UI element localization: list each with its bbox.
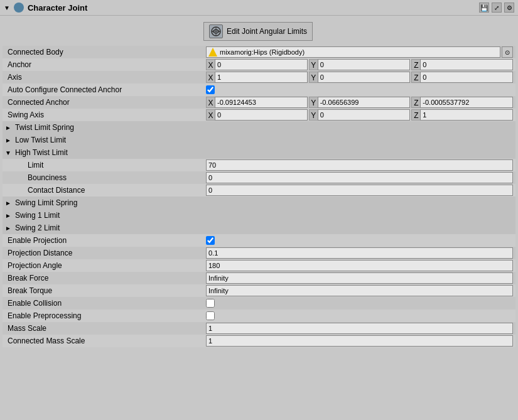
swing2-limit-label: Swing 2 Limit	[15, 223, 60, 232]
axis-y-label: Y	[309, 72, 318, 83]
twist-limit-spring-header[interactable]: Twist Limit Spring	[3, 121, 515, 134]
axis-y-input[interactable]	[318, 72, 411, 83]
connected-anchor-xyz: X Y Z	[206, 97, 513, 108]
low-twist-limit-label: Low Twist Limit	[15, 136, 66, 144]
projection-angle-label: Projection Angle	[5, 261, 206, 270]
axis-label: Axis	[5, 73, 206, 82]
swing-axis-xyz: X Y Z	[206, 109, 513, 121]
swing-limit-spring-label: Swing Limit Spring	[15, 198, 77, 207]
axis-xyz: X Y Z	[206, 72, 513, 83]
break-torque-row: Break Torque	[3, 284, 515, 297]
enable-preprocessing-checkbox[interactable]	[206, 311, 215, 320]
enable-projection-checkbox[interactable]	[206, 236, 215, 245]
connected-anchor-x-label: X	[206, 97, 215, 108]
auto-configure-row: Auto Configure Connected Anchor	[3, 83, 515, 96]
anchor-x-label: X	[206, 59, 215, 70]
anchor-z-input[interactable]	[420, 59, 513, 70]
mass-scale-input[interactable]	[206, 323, 513, 334]
bounciness-label: Bounciness	[5, 173, 206, 182]
break-torque-label: Break Torque	[5, 286, 206, 295]
connected-body-picker[interactable]: ⊙	[502, 46, 513, 58]
swing-axis-row: Swing Axis X Y Z	[3, 109, 515, 121]
header-left: ▼ Character Joint	[4, 3, 87, 13]
break-torque-input[interactable]	[206, 285, 513, 296]
connected-body-input[interactable]	[220, 46, 498, 58]
connected-anchor-label: Connected Anchor	[5, 98, 206, 107]
low-twist-limit-arrow	[5, 137, 13, 144]
contact-distance-row: Contact Distance	[3, 184, 515, 197]
enable-collision-checkbox[interactable]	[206, 299, 215, 308]
swing1-limit-header[interactable]: Swing 1 Limit	[3, 209, 515, 222]
connected-mass-scale-input[interactable]	[206, 335, 513, 347]
high-twist-limit-arrow	[5, 149, 13, 156]
swing-axis-z-label: Z	[411, 109, 420, 121]
axis-row: Axis X Y Z	[3, 71, 515, 83]
contact-distance-input[interactable]	[206, 185, 513, 196]
axis-z-label: Z	[411, 72, 420, 83]
projection-distance-row: Projection Distance	[3, 247, 515, 259]
connected-anchor-x-input[interactable]	[215, 97, 308, 108]
panel-title: Character Joint	[28, 3, 87, 13]
enable-projection-row: Enable Projection	[3, 234, 515, 247]
settings-icon[interactable]: ⚙	[504, 3, 514, 13]
connected-body-wrapper	[206, 46, 500, 58]
warning-icon	[208, 48, 217, 57]
anchor-x-input[interactable]	[215, 59, 308, 70]
edit-joint-button[interactable]: Edit Joint Angular Limits	[203, 22, 313, 41]
enable-preprocessing-row: Enable Preprocessing	[3, 310, 515, 322]
panel-header: ▼ Character Joint 💾 ⤢ ⚙	[0, 0, 518, 16]
high-twist-limit-label: High Twist Limit	[15, 148, 68, 157]
swing2-limit-arrow	[5, 225, 13, 232]
mass-scale-row: Mass Scale	[3, 322, 515, 335]
save-icon[interactable]: 💾	[479, 3, 489, 13]
projection-distance-input[interactable]	[206, 247, 513, 259]
axis-x-label: X	[206, 72, 215, 83]
swing-limit-spring-header[interactable]: Swing Limit Spring	[3, 197, 515, 209]
enable-collision-label: Enable Collision	[5, 299, 206, 308]
swing-axis-x-label: X	[206, 109, 215, 121]
twist-limit-spring-arrow	[5, 124, 13, 131]
swing2-limit-header[interactable]: Swing 2 Limit	[3, 222, 515, 234]
anchor-row: Anchor X Y Z	[3, 58, 515, 71]
connected-anchor-y-input[interactable]	[318, 97, 411, 108]
connected-mass-scale-row: Connected Mass Scale	[3, 335, 515, 347]
swing1-limit-label: Swing 1 Limit	[15, 211, 60, 220]
maximize-icon[interactable]: ⤢	[492, 3, 502, 13]
limit-input[interactable]	[206, 159, 513, 171]
high-twist-limit-header[interactable]: High Twist Limit	[3, 146, 515, 159]
anchor-z-label: Z	[411, 59, 420, 70]
swing-axis-y-input[interactable]	[318, 109, 411, 121]
enable-collision-row: Enable Collision	[3, 297, 515, 310]
collapse-arrow-icon[interactable]: ▼	[4, 4, 10, 11]
anchor-y-input[interactable]	[318, 59, 411, 70]
anchor-label: Anchor	[5, 60, 206, 69]
header-icons: 💾 ⤢ ⚙	[479, 3, 514, 13]
connected-anchor-row: Connected Anchor X Y Z	[3, 96, 515, 109]
twist-limit-spring-label: Twist Limit Spring	[15, 123, 74, 132]
anchor-xyz: X Y Z	[206, 59, 513, 70]
break-force-label: Break Force	[5, 274, 206, 283]
limit-row: Limit	[3, 159, 515, 171]
projection-angle-row: Projection Angle	[3, 259, 515, 272]
axis-x-input[interactable]	[215, 72, 308, 83]
anchor-y-label: Y	[309, 59, 318, 70]
component-icon	[14, 3, 24, 13]
connected-anchor-z-label: Z	[411, 97, 420, 108]
contact-distance-label: Contact Distance	[5, 186, 206, 195]
axis-z-input[interactable]	[420, 72, 513, 83]
mass-scale-label: Mass Scale	[5, 324, 206, 333]
auto-configure-checkbox[interactable]	[206, 85, 215, 94]
bounciness-input[interactable]	[206, 172, 513, 183]
break-force-input[interactable]	[206, 272, 513, 284]
swing-axis-z-input[interactable]	[420, 109, 513, 121]
auto-configure-label: Auto Configure Connected Anchor	[5, 85, 206, 94]
swing-axis-x-input[interactable]	[215, 109, 308, 121]
low-twist-limit-header[interactable]: Low Twist Limit	[3, 134, 515, 146]
connected-anchor-z-input[interactable]	[420, 97, 513, 108]
swing-limit-spring-arrow	[5, 200, 13, 207]
panel-content: Edit Joint Angular Limits Connected Body…	[0, 16, 518, 350]
limit-label: Limit	[5, 161, 206, 170]
projection-angle-input[interactable]	[206, 260, 513, 271]
enable-preprocessing-label: Enable Preprocessing	[5, 311, 206, 320]
connected-anchor-y-label: Y	[309, 97, 318, 108]
